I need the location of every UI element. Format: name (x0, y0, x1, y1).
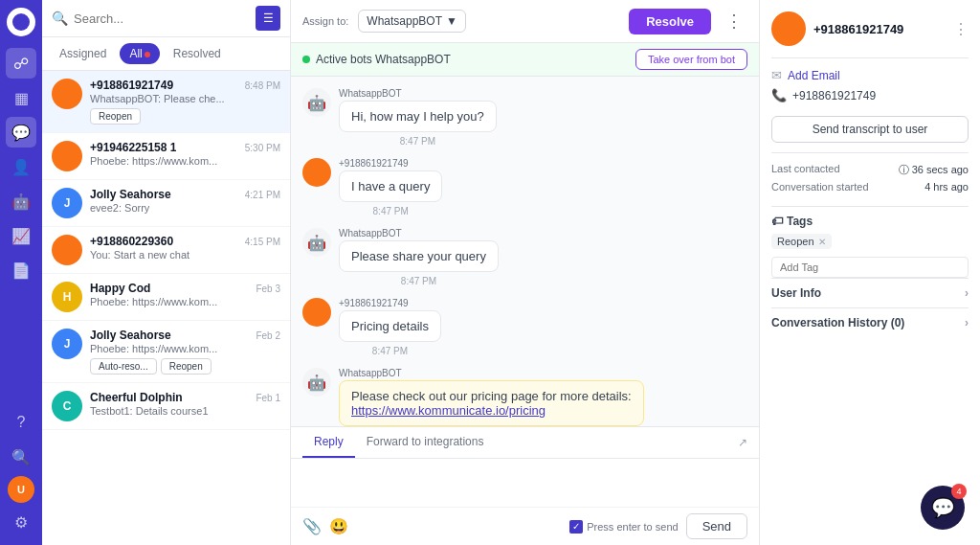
contact-fields: ✉ Add Email 📞 +918861921749 Send transcr… (771, 58, 969, 153)
unread-dot (145, 52, 150, 57)
send-transcript-button[interactable]: Send transcript to user (771, 116, 969, 143)
message-content: WhatsappBOT Please check out our pricing… (339, 368, 644, 426)
add-tag-input[interactable] (771, 257, 969, 278)
conv-tabs: Assigned All Resolved (42, 37, 290, 71)
conv-item[interactable]: H Happy Cod Feb 3 Phoebe: https://www.ko… (42, 274, 290, 321)
conversation-history-section[interactable]: Conversation History (0) › (771, 307, 969, 337)
more-options-button[interactable]: ⋮ (721, 8, 747, 34)
user-avatar[interactable]: U (8, 476, 34, 503)
remove-tag-icon[interactable]: ✕ (818, 237, 826, 247)
take-over-button[interactable]: Take over from bot (635, 49, 747, 70)
chevron-down-icon: ▼ (446, 14, 457, 28)
message-bubble: Please share your query (339, 240, 499, 272)
nav-icon-robot[interactable]: 🤖 (6, 186, 36, 216)
message-sender: +918861921749 (339, 298, 441, 308)
tab-reply[interactable]: Reply (302, 427, 355, 458)
add-email-field: ✉ Add Email (771, 68, 969, 82)
conv-name: +91946225158 1 (90, 141, 176, 154)
tab-forward[interactable]: Forward to integrations (355, 427, 496, 458)
conv-item[interactable]: +918861921749 8:48 PM WhatsappBOT: Pleas… (42, 71, 290, 133)
bot-status-text: Active bots WhatsappBOT (316, 53, 451, 66)
nav-icon-contacts[interactable]: 👤 (6, 151, 36, 182)
conv-time: 5:30 PM (245, 143, 280, 153)
nav-icon-chart[interactable]: ▦ (6, 82, 36, 113)
message-sender: WhatsappBOT (339, 368, 644, 378)
phone-field: 📞 +918861921749 (771, 88, 969, 102)
more-options-icon[interactable]: ⋮ (953, 20, 969, 38)
reopen-button[interactable]: Reopen (161, 358, 212, 375)
bot-avatar: 🤖 (302, 368, 331, 397)
expand-icon[interactable]: ↗ (738, 436, 747, 449)
chat-widget[interactable]: 💬 4 (921, 486, 965, 530)
tab-resolved[interactable]: Resolved (164, 43, 231, 64)
search-bar: 🔍 ☰ (42, 0, 290, 37)
message-content: WhatsappBOT Please share your query 8:47… (339, 228, 499, 290)
resolve-button[interactable]: Resolve (629, 9, 711, 34)
tab-assigned[interactable]: Assigned (50, 43, 116, 64)
user-info-section[interactable]: User Info › (771, 278, 969, 307)
conv-avatar: H (52, 282, 82, 312)
last-contacted-value: ⓘ 36 secs ago (899, 163, 969, 177)
auto-resolve-button[interactable]: Auto-reso... (90, 358, 157, 375)
chat-input-area: Reply Forward to integrations ↗ 📎 😃 ✓ Pr… (291, 426, 759, 545)
tag-label: Reopen (777, 236, 814, 247)
search-input[interactable] (74, 11, 250, 26)
conv-name: Happy Cod (90, 282, 150, 295)
nav-icon-reports[interactable]: 📈 (6, 220, 36, 251)
conv-preview: Phoebe: https://www.kom... (90, 343, 280, 354)
assignee-select[interactable]: WhatsappBOT ▼ (358, 10, 466, 33)
conv-item[interactable]: J Jolly Seahorse Feb 2 Phoebe: https://w… (42, 321, 290, 383)
emoji-icon[interactable]: 😃 (329, 517, 348, 535)
conv-info: +918861921749 8:48 PM WhatsappBOT: Pleas… (90, 79, 280, 125)
message-time: 8:47 PM (339, 206, 442, 216)
add-email-link[interactable]: Add Email (788, 69, 840, 82)
filter-icon[interactable]: ☰ (256, 6, 280, 31)
conversation-started-label: Conversation started (771, 181, 869, 193)
logo[interactable] (7, 8, 35, 36)
phone-icon: 📞 (771, 88, 787, 102)
nav-icon-search[interactable]: 🔍 (6, 442, 36, 472)
conv-info: +91946225158 1 5:30 PM Phoebe: https://w… (90, 141, 280, 167)
widget-badge: 4 (951, 484, 967, 499)
contact-avatar (771, 11, 806, 46)
conv-preview: You: Start a new chat (90, 249, 280, 261)
phone-value: +918861921749 (792, 89, 876, 102)
conv-name: Jolly Seahorse (90, 329, 171, 342)
conv-info: Jolly Seahorse Feb 2 Phoebe: https://www… (90, 329, 280, 375)
message-content: +918861921749 Pricing details 8:47 PM (339, 298, 441, 360)
assign-label: Assign to: (302, 15, 348, 27)
tab-all[interactable]: All (120, 43, 159, 64)
message-content: +918861921749 I have a query 8:47 PM (339, 158, 442, 220)
message-bubble: Hi, how may I help you? (339, 101, 497, 132)
conv-info: Cheerful Dolphin Feb 1 Testbot1: Details… (90, 391, 280, 417)
nav-icon-chat[interactable]: 💬 (6, 117, 36, 148)
message-sender: WhatsappBOT (339, 228, 499, 238)
chevron-down-icon: › (965, 316, 969, 329)
bot-avatar: 🤖 (302, 88, 331, 117)
message-sender: WhatsappBOT (339, 88, 497, 99)
message-input[interactable] (302, 466, 747, 495)
tags-area: Reopen ✕ (771, 234, 969, 249)
nav-icon-message[interactable]: ☍ (6, 48, 36, 79)
reopen-button[interactable]: Reopen (90, 108, 141, 125)
input-tabs: Reply Forward to integrations ↗ (291, 427, 759, 459)
message-time: 8:47 PM (339, 346, 441, 356)
pricing-link[interactable]: https://www.kommunicate.io/pricing (351, 403, 546, 418)
conv-item[interactable]: +91946225158 1 5:30 PM Phoebe: https://w… (42, 133, 290, 180)
conv-item[interactable]: +918860229360 4:15 PM You: Start a new c… (42, 227, 290, 274)
tags-section-title: 🏷 Tags (771, 207, 969, 234)
right-panel: +918861921749 ⋮ ✉ Add Email 📞 +918861921… (760, 0, 980, 545)
nav-icon-documents[interactable]: 📄 (6, 255, 36, 285)
contact-phone: +918861921749 (813, 22, 903, 36)
conv-item[interactable]: C Cheerful Dolphin Feb 1 Testbot1: Detai… (42, 383, 290, 430)
enter-to-send-checkbox[interactable]: ✓ (569, 520, 583, 534)
nav-icon-settings[interactable]: ⚙ (6, 507, 36, 537)
attachment-icon[interactable]: 📎 (302, 517, 322, 535)
conversation-panel: 🔍 ☰ Assigned All Resolved +918861921749 … (42, 0, 291, 545)
message-sender: +918861921749 (339, 158, 442, 169)
conv-item[interactable]: J Jolly Seahorse 4:21 PM evee2: Sorry (42, 180, 290, 227)
tag-icon: 🏷 (771, 215, 783, 228)
nav-icon-help[interactable]: ? (6, 407, 36, 438)
send-button[interactable]: Send (686, 513, 747, 539)
conv-info: Happy Cod Feb 3 Phoebe: https://www.kom.… (90, 282, 280, 307)
